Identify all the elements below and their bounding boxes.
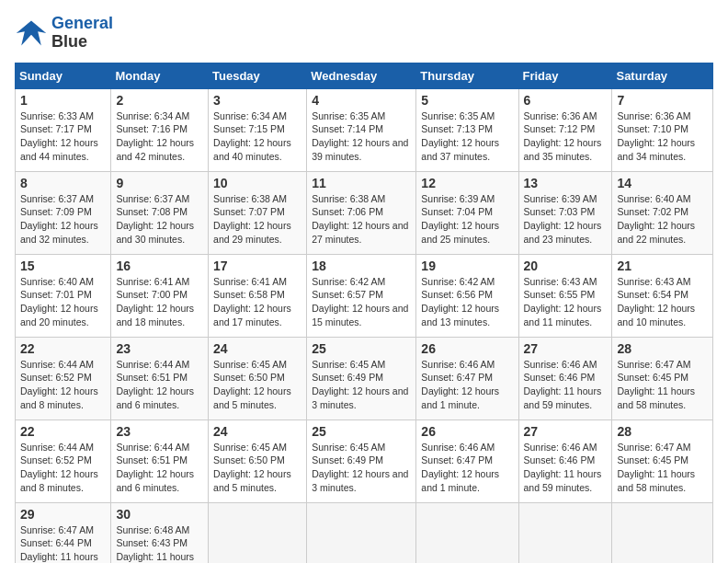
calendar-week-row: 8 Sunrise: 6:37 AMSunset: 7:09 PMDayligh… — [16, 171, 713, 254]
day-number: 30 — [116, 507, 203, 522]
day-info: Sunrise: 6:43 AMSunset: 6:54 PMDaylight:… — [617, 275, 708, 329]
calendar-cell: 28 Sunrise: 6:47 AMSunset: 6:45 PMDaylig… — [612, 337, 713, 419]
day-info: Sunrise: 6:47 AMSunset: 6:44 PMDaylight:… — [20, 523, 106, 563]
calendar-cell: 10 Sunrise: 6:38 AMSunset: 7:07 PMDaylig… — [209, 171, 307, 254]
day-info: Sunrise: 6:46 AMSunset: 6:46 PMDaylight:… — [524, 441, 608, 495]
calendar-cell: 22 Sunrise: 6:44 AMSunset: 6:52 PMDaylig… — [16, 337, 111, 419]
day-number: 3 — [213, 93, 301, 108]
day-number: 13 — [524, 176, 608, 190]
calendar-cell: 20 Sunrise: 6:43 AMSunset: 6:55 PMDaylig… — [518, 254, 612, 337]
calendar-cell: 26 Sunrise: 6:46 AMSunset: 6:47 PMDaylig… — [416, 337, 518, 419]
day-number: 26 — [421, 341, 513, 356]
day-info: Sunrise: 6:42 AMSunset: 6:56 PMDaylight:… — [421, 275, 513, 329]
calendar-cell: 16 Sunrise: 6:41 AMSunset: 7:00 PMDaylig… — [111, 254, 209, 337]
calendar-cell: 30 Sunrise: 6:48 AMSunset: 6:43 PMDaylig… — [111, 502, 209, 563]
day-number: 20 — [524, 259, 608, 273]
calendar-cell: 22 Sunrise: 6:44 AMSunset: 6:52 PMDaylig… — [16, 419, 111, 502]
calendar-header-wednesday: Wednesday — [307, 63, 416, 88]
day-info: Sunrise: 6:38 AMSunset: 7:06 PMDaylight:… — [312, 192, 411, 247]
day-info: Sunrise: 6:40 AMSunset: 7:01 PMDaylight:… — [20, 275, 106, 329]
calendar-header-tuesday: Tuesday — [209, 63, 307, 88]
calendar-header-saturday: Saturday — [612, 63, 713, 88]
calendar-cell: 28 Sunrise: 6:47 AMSunset: 6:45 PMDaylig… — [612, 419, 713, 502]
calendar-cell: 25 Sunrise: 6:45 AMSunset: 6:49 PMDaylig… — [307, 337, 416, 419]
day-info: Sunrise: 6:38 AMSunset: 7:07 PMDaylight:… — [213, 192, 301, 247]
day-number: 25 — [312, 341, 411, 356]
day-info: Sunrise: 6:45 AMSunset: 6:50 PMDaylight:… — [213, 441, 301, 495]
day-info: Sunrise: 6:42 AMSunset: 6:57 PMDaylight:… — [312, 275, 411, 329]
day-number: 6 — [524, 93, 608, 108]
calendar-cell — [209, 502, 307, 563]
day-info: Sunrise: 6:39 AMSunset: 7:03 PMDaylight:… — [524, 192, 608, 247]
day-info: Sunrise: 6:35 AMSunset: 7:14 PMDaylight:… — [312, 109, 411, 164]
day-info: Sunrise: 6:46 AMSunset: 6:47 PMDaylight:… — [421, 441, 513, 495]
calendar-cell — [518, 502, 612, 563]
day-info: Sunrise: 6:34 AMSunset: 7:16 PMDaylight:… — [116, 109, 203, 164]
day-number: 15 — [20, 259, 106, 273]
calendar-header-friday: Friday — [518, 63, 612, 88]
calendar-cell: 9 Sunrise: 6:37 AMSunset: 7:08 PMDayligh… — [111, 171, 209, 254]
calendar-cell: 21 Sunrise: 6:43 AMSunset: 6:54 PMDaylig… — [612, 254, 713, 337]
day-number: 27 — [524, 341, 608, 356]
calendar-cell: 8 Sunrise: 6:37 AMSunset: 7:09 PMDayligh… — [16, 171, 111, 254]
day-info: Sunrise: 6:41 AMSunset: 6:58 PMDaylight:… — [213, 275, 301, 329]
day-info: Sunrise: 6:45 AMSunset: 6:50 PMDaylight:… — [213, 358, 301, 412]
calendar-cell: 4 Sunrise: 6:35 AMSunset: 7:14 PMDayligh… — [307, 88, 416, 171]
calendar-cell — [612, 502, 713, 563]
day-number: 19 — [421, 259, 513, 273]
calendar-cell: 12 Sunrise: 6:39 AMSunset: 7:04 PMDaylig… — [416, 171, 518, 254]
day-number: 23 — [116, 424, 203, 439]
calendar-header-row: SundayMondayTuesdayWednesdayThursdayFrid… — [16, 63, 713, 88]
day-number: 18 — [312, 259, 411, 273]
day-number: 9 — [116, 176, 203, 190]
calendar-week-row: 22 Sunrise: 6:44 AMSunset: 6:52 PMDaylig… — [16, 419, 713, 502]
calendar-cell: 29 Sunrise: 6:47 AMSunset: 6:44 PMDaylig… — [16, 502, 111, 563]
calendar-cell: 7 Sunrise: 6:36 AMSunset: 7:10 PMDayligh… — [612, 88, 713, 171]
calendar-cell: 1 Sunrise: 6:33 AMSunset: 7:17 PMDayligh… — [16, 88, 111, 171]
calendar-cell: 6 Sunrise: 6:36 AMSunset: 7:12 PMDayligh… — [518, 88, 612, 171]
day-number: 21 — [617, 259, 708, 273]
day-number: 28 — [617, 424, 708, 439]
day-info: Sunrise: 6:44 AMSunset: 6:52 PMDaylight:… — [20, 441, 106, 495]
day-number: 8 — [20, 176, 106, 190]
calendar-cell: 27 Sunrise: 6:46 AMSunset: 6:46 PMDaylig… — [518, 419, 612, 502]
day-info: Sunrise: 6:44 AMSunset: 6:51 PMDaylight:… — [116, 358, 203, 412]
page-header: General Blue — [15, 15, 713, 52]
calendar-cell: 19 Sunrise: 6:42 AMSunset: 6:56 PMDaylig… — [416, 254, 518, 337]
calendar-cell: 24 Sunrise: 6:45 AMSunset: 6:50 PMDaylig… — [209, 419, 307, 502]
calendar-cell: 11 Sunrise: 6:38 AMSunset: 7:06 PMDaylig… — [307, 171, 416, 254]
day-info: Sunrise: 6:46 AMSunset: 6:46 PMDaylight:… — [524, 358, 608, 412]
day-number: 24 — [213, 341, 301, 356]
day-number: 16 — [116, 259, 203, 273]
day-number: 10 — [213, 176, 301, 190]
calendar-week-row: 22 Sunrise: 6:44 AMSunset: 6:52 PMDaylig… — [16, 337, 713, 419]
calendar-cell: 26 Sunrise: 6:46 AMSunset: 6:47 PMDaylig… — [416, 419, 518, 502]
day-info: Sunrise: 6:36 AMSunset: 7:10 PMDaylight:… — [617, 109, 708, 164]
day-info: Sunrise: 6:47 AMSunset: 6:45 PMDaylight:… — [617, 441, 708, 495]
calendar-header-thursday: Thursday — [416, 63, 518, 88]
calendar-cell: 2 Sunrise: 6:34 AMSunset: 7:16 PMDayligh… — [111, 88, 209, 171]
day-number: 25 — [312, 424, 411, 439]
day-info: Sunrise: 6:44 AMSunset: 6:52 PMDaylight:… — [20, 358, 106, 412]
logo-text: General Blue — [51, 15, 113, 52]
day-number: 27 — [524, 424, 608, 439]
calendar-cell: 15 Sunrise: 6:40 AMSunset: 7:01 PMDaylig… — [16, 254, 111, 337]
day-info: Sunrise: 6:39 AMSunset: 7:04 PMDaylight:… — [421, 192, 513, 247]
calendar-cell: 5 Sunrise: 6:35 AMSunset: 7:13 PMDayligh… — [416, 88, 518, 171]
day-number: 24 — [213, 424, 301, 439]
calendar-cell — [416, 502, 518, 563]
day-info: Sunrise: 6:45 AMSunset: 6:49 PMDaylight:… — [312, 358, 411, 412]
calendar-table: SundayMondayTuesdayWednesdayThursdayFrid… — [15, 63, 713, 563]
day-info: Sunrise: 6:41 AMSunset: 7:00 PMDaylight:… — [116, 275, 203, 329]
day-number: 2 — [116, 93, 203, 108]
day-info: Sunrise: 6:43 AMSunset: 6:55 PMDaylight:… — [524, 275, 608, 329]
calendar-cell: 27 Sunrise: 6:46 AMSunset: 6:46 PMDaylig… — [518, 337, 612, 419]
day-info: Sunrise: 6:34 AMSunset: 7:15 PMDaylight:… — [213, 109, 301, 164]
calendar-week-row: 1 Sunrise: 6:33 AMSunset: 7:17 PMDayligh… — [16, 88, 713, 171]
day-info: Sunrise: 6:46 AMSunset: 6:47 PMDaylight:… — [421, 358, 513, 412]
day-number: 28 — [617, 341, 708, 356]
day-info: Sunrise: 6:48 AMSunset: 6:43 PMDaylight:… — [116, 523, 203, 563]
day-info: Sunrise: 6:37 AMSunset: 7:09 PMDaylight:… — [20, 192, 106, 247]
day-info: Sunrise: 6:44 AMSunset: 6:51 PMDaylight:… — [116, 441, 203, 495]
calendar-cell: 23 Sunrise: 6:44 AMSunset: 6:51 PMDaylig… — [111, 337, 209, 419]
